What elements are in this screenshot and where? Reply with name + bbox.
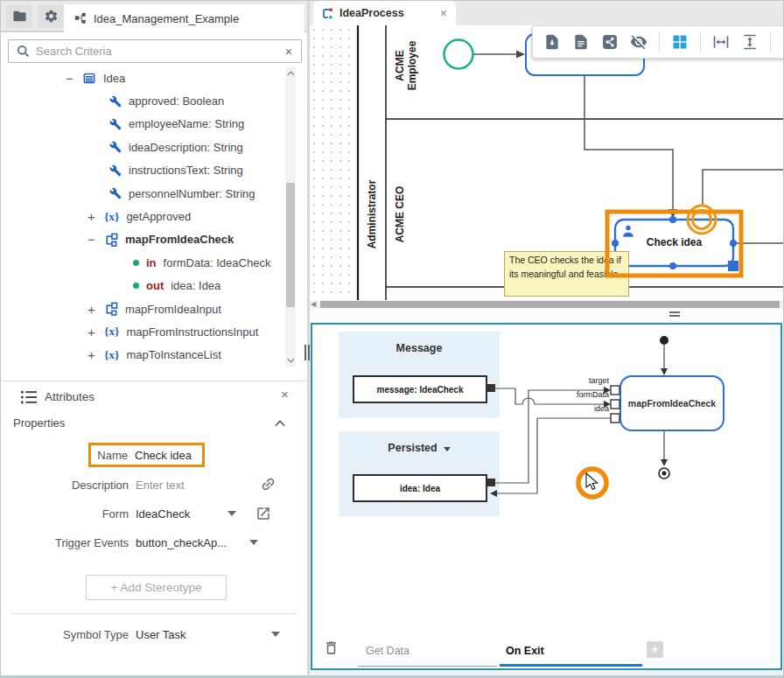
form-dropdown-icon[interactable] [228,511,236,516]
task-check-idea[interactable]: Check idea [615,236,733,248]
share-icon[interactable] [601,33,619,51]
add-tab-button[interactable]: + [647,641,663,658]
tree-item-personnelnumber[interactable]: personnelNumber: String [1,182,284,205]
chevron-up-icon[interactable] [274,419,286,427]
hide-eye-icon[interactable] [630,33,648,51]
fit-width-icon[interactable] [712,33,730,51]
description-field[interactable]: Enter text [136,479,185,492]
wrench-icon [109,95,122,108]
open-external-icon[interactable] [256,506,271,521]
form-label: Form [1,507,129,521]
tree-item-label: formData: IdeaCheck [164,256,271,269]
out-keyword: out [146,279,164,292]
expand-icon[interactable]: + [86,325,97,339]
tree-item-label: employeeName: String [129,117,244,130]
message-item-box[interactable]: message: IdeaCheck [353,375,487,403]
settings-button[interactable] [38,4,64,28]
model-branch-icon [74,12,87,24]
grid-layout-icon[interactable] [671,33,689,51]
canvas-horizontal-scrollbar[interactable]: ◀ [310,300,784,309]
toolbar-separator [659,31,660,52]
map-node[interactable]: mapFromIdeaCheck [620,375,724,431]
scrollbar-thumb[interactable] [320,301,780,308]
persisted-item-box[interactable]: idea: Idea [353,474,487,502]
tree-item-mapfrominstructionsinput[interactable]: + {x} mapFromInstructionsInput [1,320,284,343]
mapping-icon [104,302,118,316]
symbol-type-field[interactable]: User Task [136,628,186,641]
entity-icon [82,72,96,85]
bpmn-canvas[interactable]: Administrator ACME Employee ACME CEO Che… [310,25,784,300]
tree-item-formdata[interactable]: in formData: IdeaCheck [1,251,284,274]
annotation-note[interactable]: The CEO checks the idea if its meaningfu… [504,251,629,297]
link-icon[interactable] [260,476,276,493]
expand-icon[interactable]: + [86,302,97,317]
tree-item-maptoinstancelist[interactable]: + {x} mapToInstanceList [1,344,284,367]
tree-item-ideadescription[interactable]: ideaDescription: String [1,136,284,158]
function-icon: {x} [104,325,119,339]
search-input[interactable] [31,45,285,58]
tree-item-label: ideaDescription: String [129,141,243,154]
tab-close-icon[interactable]: × [440,6,447,20]
collapse-icon[interactable]: − [86,232,97,247]
mapping-panel: Message Persisted mapFromIdeaCheck messa… [311,323,782,670]
port-label-target: target [555,376,609,385]
folder-icon [12,9,27,24]
form-field[interactable]: IdeaCheck [136,507,190,521]
attributes-close-icon[interactable]: × [281,387,289,402]
tab-get-data[interactable]: Get Data [358,638,497,667]
scroll-left-icon[interactable]: ◀ [311,301,316,308]
scroll-up-icon[interactable] [285,67,296,80]
tree-item-approved[interactable]: approved: Boolean [1,89,284,112]
trigger-dropdown-icon[interactable] [249,540,258,545]
toolbar-separator [770,31,771,52]
folder-button[interactable] [6,4,32,28]
toolbar-separator [700,31,701,52]
persisted-group-title[interactable]: Persisted [339,442,500,454]
tree-item-mapfromideacheck[interactable]: − mapFromIdeaCheck [1,228,284,251]
collapse-icon[interactable]: − [64,71,75,86]
tree-item-getapproved[interactable]: + {x} getApproved [1,205,284,227]
tab-on-exit[interactable]: On Exit [500,638,642,667]
tree-item-idea[interactable]: − Idea [1,66,284,89]
tab-ideaprocess[interactable]: IdeaProcess × [313,1,456,25]
port-label-formdata: formData [555,390,609,399]
tree-item-employeename[interactable]: employeeName: String [1,113,284,136]
expand-icon[interactable]: + [86,209,97,224]
name-field-value[interactable]: Check idea [135,449,192,462]
right-panel: IdeaProcess × [310,1,784,678]
search-clear-icon[interactable]: × [285,45,292,59]
grid-dots [310,25,357,300]
splitter-grip[interactable] [303,345,311,360]
resize-grip-icon[interactable] [669,311,680,318]
tree-item-instructionstext[interactable]: instructionsText: String [1,159,284,182]
window-bottom-strip [310,671,784,678]
fit-height-icon[interactable] [741,33,759,51]
trash-icon[interactable] [323,640,340,656]
symbol-type-dropdown-icon[interactable] [271,632,280,637]
tab-label: IdeaProcess [340,7,434,19]
scroll-down-icon[interactable] [285,354,296,367]
model-tree: − Idea approved: Boolean employeeName: S… [1,66,284,368]
name-field-highlight[interactable]: Name Check idea [88,443,205,467]
message-group: Message [339,332,500,417]
tree-scrollbar-thumb[interactable] [286,183,295,307]
add-stereotype-button[interactable]: + Add Stereotype [86,575,227,600]
left-toolbar: Idea_Management_Example [1,1,307,32]
download-icon[interactable] [543,33,561,51]
trigger-events-row: Trigger Events button_checkAp... [1,532,307,553]
expand-icon[interactable]: + [86,347,97,362]
wrench-icon [109,118,122,130]
trigger-events-field[interactable]: button_checkAp... [136,536,227,549]
document-icon[interactable] [572,33,590,51]
tree-item-mapfromideainput[interactable]: + mapFromIdeaInput [1,297,284,320]
tree-item-out-idea[interactable]: out idea: Idea [1,275,284,297]
lane-label-employee: ACME Employee [394,26,406,105]
project-tab[interactable]: Idea_Management_Example [64,4,304,32]
port-label-idea: idea [555,404,609,413]
tree-item-label: idea: Idea [171,279,220,292]
tree-scrollbar[interactable] [285,67,296,367]
function-icon: {x} [104,348,119,362]
tree-item-label: Idea [103,72,125,85]
message-group-title: Message [339,342,500,354]
trigger-events-label: Trigger Events [1,536,129,549]
